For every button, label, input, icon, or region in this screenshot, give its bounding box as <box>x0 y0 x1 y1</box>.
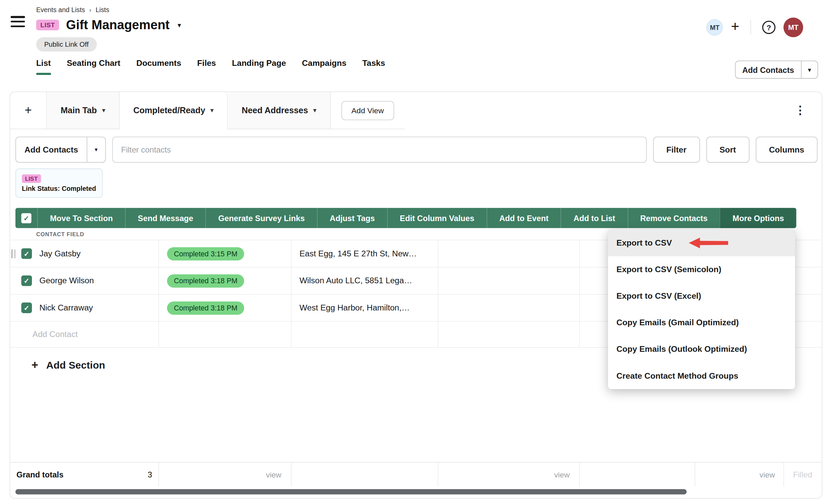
add-contacts-button-top[interactable]: Add Contacts ▾ <box>735 61 818 79</box>
add-to-event-button[interactable]: Add to Event <box>486 208 561 228</box>
edit-column-values-button[interactable]: Edit Column Values <box>387 208 486 228</box>
breadcrumb-lists[interactable]: Lists <box>95 6 109 14</box>
add-contacts-caret-icon[interactable]: ▾ <box>802 61 817 78</box>
view-tab-label: Need Addresses <box>242 106 308 115</box>
empty-cell <box>438 267 579 294</box>
add-contacts-button[interactable]: Add Contacts ▾ <box>16 137 106 163</box>
menu-item-export-to-csv-semicolon[interactable]: Export to CSV (Semicolon) <box>608 256 795 283</box>
page-title: Gift Management <box>66 18 170 32</box>
menu-item-label: Copy Emails (Outlook Optimized) <box>617 344 747 354</box>
user-avatar[interactable]: MT <box>784 18 804 37</box>
menu-item-export-to-csv-excel[interactable]: Export to CSV (Excel) <box>608 283 795 309</box>
nav-tab-seating-chart[interactable]: Seating Chart <box>67 59 120 75</box>
remove-contacts-button[interactable]: Remove Contacts <box>627 208 720 228</box>
card-more-menu-icon[interactable]: ⋮ <box>795 104 806 116</box>
add-view-button[interactable]: Add View <box>342 101 394 120</box>
workspace-avatar[interactable]: MT <box>706 19 723 36</box>
empty-total-cell <box>291 463 438 486</box>
empty-cell <box>291 322 438 347</box>
move-to-section-button[interactable]: Move To Section <box>37 208 125 228</box>
view-tab-label: Main Tab <box>61 106 97 115</box>
view-tab-label: Completed/Ready <box>133 106 205 115</box>
nav-tab-tasks[interactable]: Tasks <box>362 59 385 75</box>
header-divider <box>750 20 751 35</box>
row-checkbox[interactable]: ✓ <box>21 302 32 313</box>
active-filter-chip[interactable]: LIST Link Status: Completed <box>16 169 103 198</box>
grand-totals-label: Grand totals <box>17 470 64 479</box>
add-contacts-caret-icon[interactable]: ▾ <box>87 137 105 162</box>
nav-tab-documents[interactable]: Documents <box>136 59 181 75</box>
menu-item-copy-emails-gmail[interactable]: Copy Emails (Gmail Optimized) <box>608 309 795 336</box>
view-tab-completed-ready[interactable]: Completed/Ready ▾ <box>119 92 228 129</box>
nav-tab-campaigns[interactable]: Campaigns <box>302 59 347 75</box>
menu-item-export-to-csv[interactable]: Export to CSV <box>608 230 795 256</box>
contact-name-cell: ✓ George Wilson <box>10 267 159 294</box>
grand-totals-count: 3 <box>148 470 152 479</box>
contact-name-cell: ✓ Nick Carraway <box>10 295 159 321</box>
grand-totals-row: Grand totals 3 view view view Filled <box>10 462 822 486</box>
annotation-arrow-icon <box>688 236 729 250</box>
filter-contacts-input[interactable] <box>112 137 647 163</box>
columns-button[interactable]: Columns <box>756 137 817 163</box>
contact-name-cell: ✓ Jay Gatsby <box>10 240 159 267</box>
address-cell: West Egg Harbor, Hamilton,… <box>291 295 438 321</box>
list-type-badge: LIST <box>36 20 59 30</box>
view-tab-need-addresses[interactable]: Need Addresses ▾ <box>228 92 331 129</box>
drag-handle-icon[interactable] <box>11 249 16 258</box>
adjust-tags-button[interactable]: Adjust Tags <box>317 208 387 228</box>
breadcrumb: Events and Lists › Lists <box>36 6 834 14</box>
view-totals-link[interactable]: view <box>266 470 281 479</box>
view-tab-caret-icon[interactable]: ▾ <box>211 107 214 114</box>
empty-cell <box>438 322 579 347</box>
address-cell: Wilson Auto LLC, 5851 Lega… <box>291 267 438 294</box>
app-viewport: Events and Lists › Lists LIST Gift Manag… <box>0 0 834 504</box>
status-cell: Completed 3:15 PM <box>159 240 291 267</box>
sort-button[interactable]: Sort <box>706 137 749 163</box>
view-tab-caret-icon[interactable]: ▾ <box>313 107 316 114</box>
scroll-area <box>10 486 822 498</box>
add-to-list-button[interactable]: Add to List <box>561 208 627 228</box>
menu-item-create-contact-method-groups[interactable]: Create Contact Method Groups <box>608 363 795 389</box>
add-contact-cell: Add Contact <box>10 322 159 347</box>
row-checkbox[interactable]: ✓ <box>21 276 32 286</box>
breadcrumb-events-and-lists[interactable]: Events and Lists <box>36 6 85 14</box>
primary-nav: List Seating Chart Documents Files Landi… <box>36 59 834 75</box>
select-all-checkbox[interactable]: ✓ <box>21 213 31 223</box>
add-contact-placeholder[interactable]: Add Contact <box>32 330 78 339</box>
empty-cell <box>159 322 291 347</box>
selection-action-bar: ✓ Move To Section Send Message Generate … <box>16 208 796 228</box>
nav-tab-list[interactable]: List <box>36 59 51 75</box>
nav-tab-landing-page[interactable]: Landing Page <box>232 59 286 75</box>
chip-list-badge: LIST <box>22 174 41 183</box>
view-tab-main-tab[interactable]: Main Tab ▾ <box>47 92 119 129</box>
view-totals-link[interactable]: view <box>760 470 775 479</box>
view-totals-link[interactable]: view <box>554 470 570 479</box>
more-options-button[interactable]: More Options <box>720 208 796 228</box>
contact-name: Nick Carraway <box>39 303 93 312</box>
breadcrumb-separator-icon: › <box>89 6 91 14</box>
add-contacts-label[interactable]: Add Contacts <box>735 61 801 78</box>
add-section-button[interactable]: + Add Section <box>31 359 105 371</box>
menu-item-copy-emails-outlook[interactable]: Copy Emails (Outlook Optimized) <box>608 336 795 363</box>
hamburger-menu-icon[interactable] <box>11 16 25 27</box>
horizontal-scrollbar[interactable] <box>16 489 687 495</box>
more-options-menu: Export to CSV Export to CSV (Semicolon) … <box>608 230 795 390</box>
add-view-tab-icon[interactable]: + <box>10 92 47 129</box>
help-icon[interactable]: ? <box>762 21 775 34</box>
header-actions: MT + ? MT <box>706 18 803 37</box>
filter-button[interactable]: Filter <box>653 137 700 163</box>
add-contacts-label[interactable]: Add Contacts <box>16 137 86 162</box>
nav-tab-files[interactable]: Files <box>197 59 216 75</box>
generate-survey-links-button[interactable]: Generate Survey Links <box>206 208 317 228</box>
filled-total-label: Filled <box>793 470 812 479</box>
view-tab-caret-icon[interactable]: ▾ <box>102 107 105 114</box>
add-workspace-icon[interactable]: + <box>731 20 739 34</box>
status-cell: Completed 3:18 PM <box>159 267 291 294</box>
row-checkbox[interactable]: ✓ <box>21 248 32 259</box>
title-dropdown-caret-icon[interactable]: ▾ <box>178 21 181 29</box>
menu-item-label: Export to CSV (Semicolon) <box>617 265 721 274</box>
send-message-button[interactable]: Send Message <box>125 208 205 228</box>
chip-filter-text: Link Status: Completed <box>22 185 96 193</box>
menu-item-label: Create Contact Method Groups <box>617 371 739 380</box>
public-link-status-pill[interactable]: Public Link Off <box>36 37 97 52</box>
